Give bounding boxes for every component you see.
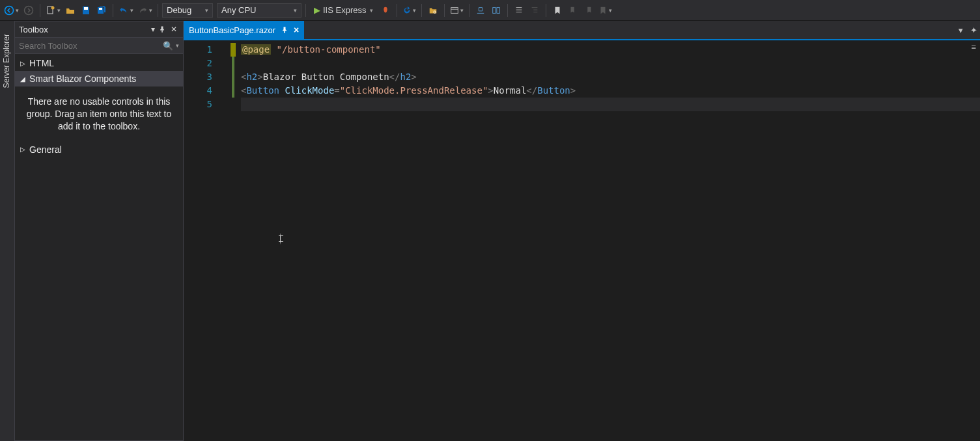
code-token: Normal	[494, 85, 527, 96]
toolbox-item-label: HTML	[29, 58, 54, 68]
code-token: =	[334, 85, 339, 96]
nav-forward-button[interactable]	[21, 3, 36, 18]
bookmark-button[interactable]	[550, 3, 565, 18]
code-token: >	[257, 72, 262, 82]
toolbox-header: Toolbox ▾ ✕	[15, 21, 183, 37]
pin-icon[interactable]	[158, 25, 169, 33]
browser-link-button[interactable]: ▾	[449, 3, 465, 18]
search-icon[interactable]: 🔍	[163, 41, 173, 51]
undo-button[interactable]: ▾	[117, 3, 135, 18]
bookmark-clear-icon[interactable]: ▾	[597, 3, 613, 18]
change-marker-column	[231, 40, 236, 441]
tab-filename: ButtonBasicPage.razor	[189, 25, 275, 35]
line-gutter: 1 2 3 4 5	[184, 40, 231, 441]
bookmark-next-icon[interactable]	[581, 3, 596, 18]
toolbox-panel: Toolbox ▾ ✕ 🔍 ▾ ▷ HTML ◢ Smart Blazor Co…	[14, 21, 184, 441]
code-token: Blazor Button Componetn	[263, 72, 389, 82]
left-dock: Server Explorer	[0, 21, 14, 441]
toolbox-search[interactable]: 🔍 ▾	[15, 37, 183, 54]
line-number: 5	[184, 98, 212, 111]
run-button[interactable]: ▶ IIS Express ▾	[310, 3, 377, 18]
toolbox-search-input[interactable]	[19, 41, 163, 51]
document-tabs: ButtonBasicPage.razor × ▾ ✦	[184, 21, 980, 39]
svg-point-3	[51, 6, 55, 9]
indent-button[interactable]	[527, 3, 542, 18]
code-token: </	[526, 85, 537, 96]
tab-scroll-icon[interactable]: ▾	[954, 21, 967, 39]
svg-point-0	[5, 6, 14, 14]
tab-pin-icon[interactable]	[281, 26, 288, 34]
step-over-icon[interactable]	[489, 3, 503, 18]
server-explorer-tab[interactable]: Server Explorer	[0, 30, 14, 92]
configuration-combo[interactable]: Debug ▾	[162, 3, 213, 18]
tab-settings-icon[interactable]: ✦	[967, 21, 980, 39]
code-token: "/button-component"	[277, 44, 381, 55]
window-options-icon[interactable]: ▾	[148, 25, 158, 34]
code-token: h2	[400, 72, 411, 82]
find-in-files-button[interactable]	[426, 3, 440, 18]
editor-area: ButtonBasicPage.razor × ▾ ✦ 1 2 3 4 5	[184, 21, 980, 441]
toolbox-item-label: Smart Blazor Components	[29, 74, 136, 84]
svg-rect-5	[99, 8, 102, 10]
code-editor[interactable]: 1 2 3 4 5 @page "/button-component" <h2>…	[184, 40, 980, 441]
toolbox-item-smart-blazor[interactable]: ◢ Smart Blazor Components	[15, 71, 183, 87]
save-button[interactable]	[79, 3, 93, 18]
svg-rect-9	[497, 7, 499, 13]
new-item-button[interactable]: ▾	[44, 3, 62, 18]
code-token: >	[488, 85, 493, 96]
browser-refresh-button[interactable]: ▾	[401, 3, 417, 18]
toolbox-empty-message: There are no usable controls in this gro…	[15, 87, 183, 142]
nav-back-button[interactable]: ▾	[3, 3, 20, 18]
code-token: >	[411, 72, 416, 82]
tab-close-icon[interactable]: ×	[294, 25, 299, 35]
chevron-right-icon: ▷	[20, 146, 29, 153]
bookmark-prev-icon[interactable]	[566, 3, 580, 18]
step-into-icon[interactable]	[473, 3, 488, 18]
svg-point-1	[25, 6, 33, 14]
svg-rect-7	[451, 7, 458, 13]
line-number: 2	[184, 57, 212, 70]
code-token: </	[389, 72, 400, 82]
line-number: 4	[184, 84, 212, 98]
toolbox-item-html[interactable]: ▷ HTML	[15, 55, 183, 71]
line-number: 1	[184, 43, 212, 57]
split-editor-icon[interactable]: ≡	[967, 40, 980, 53]
main-toolbar: ▾ ▾ ▾ ▾ Debug ▾ Any CPU ▾ ▶ IIS Express …	[0, 0, 980, 21]
open-file-button[interactable]	[63, 3, 77, 18]
code-token: ClickMode	[285, 85, 334, 96]
svg-rect-8	[493, 7, 496, 13]
run-target-label: IIS Express	[323, 5, 366, 15]
code-token: >	[570, 85, 576, 96]
code-token: "ClickMode.PressAndRelease"	[340, 85, 488, 96]
toolbox-title: Toolbox	[19, 25, 48, 34]
code-token: Button	[537, 85, 570, 96]
tab-active[interactable]: ButtonBasicPage.razor ×	[184, 21, 304, 39]
code-lines[interactable]: @page "/button-component" <h2>Blazor But…	[236, 40, 980, 441]
toolbox-item-label: General	[29, 144, 62, 155]
chevron-down-icon: ◢	[20, 75, 29, 83]
outdent-button[interactable]	[512, 3, 526, 18]
svg-rect-4	[84, 7, 88, 10]
text-cursor-icon	[280, 233, 281, 245]
line-number: 3	[184, 70, 212, 84]
close-panel-icon[interactable]: ✕	[169, 25, 179, 34]
code-token: @page	[241, 44, 271, 55]
hot-reload-icon[interactable]	[378, 3, 393, 18]
code-token: Button	[246, 85, 279, 96]
search-options-icon[interactable]: ▾	[176, 42, 179, 49]
configuration-label: Debug	[167, 5, 191, 15]
platform-label: Any CPU	[221, 5, 256, 15]
redo-button[interactable]: ▾	[136, 3, 154, 18]
chevron-right-icon: ▷	[20, 60, 29, 67]
toolbox-tree: ▷ HTML ◢ Smart Blazor Components There a…	[15, 54, 183, 440]
save-all-button[interactable]	[94, 3, 109, 18]
toolbox-item-general[interactable]: ▷ General	[15, 142, 183, 157]
platform-combo[interactable]: Any CPU ▾	[217, 3, 301, 18]
code-token: h2	[246, 72, 257, 82]
